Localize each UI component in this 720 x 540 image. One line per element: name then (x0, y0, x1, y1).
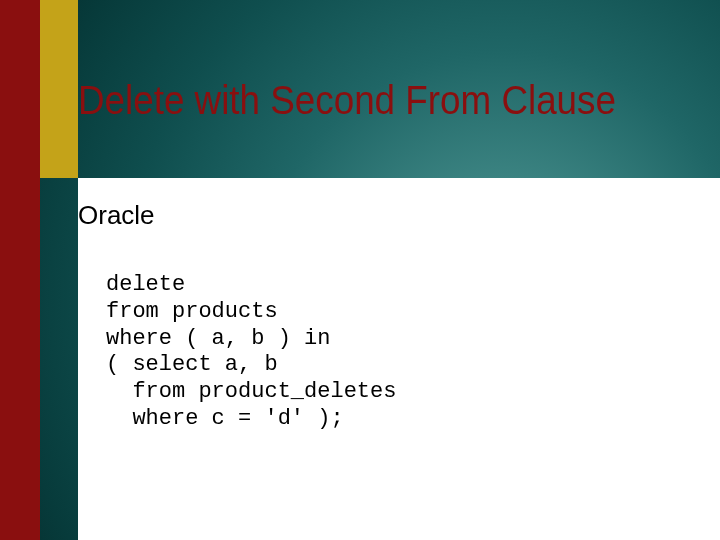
slide-title: Delete with Second From Clause (78, 78, 616, 123)
code-block: delete from products where ( a, b ) in (… (106, 272, 396, 433)
sidebar-left-olive (40, 0, 78, 178)
slide: Delete with Second From Clause Oracle de… (0, 0, 720, 540)
sidebar-left-maroon (0, 0, 40, 540)
section-label: Oracle (78, 200, 155, 231)
